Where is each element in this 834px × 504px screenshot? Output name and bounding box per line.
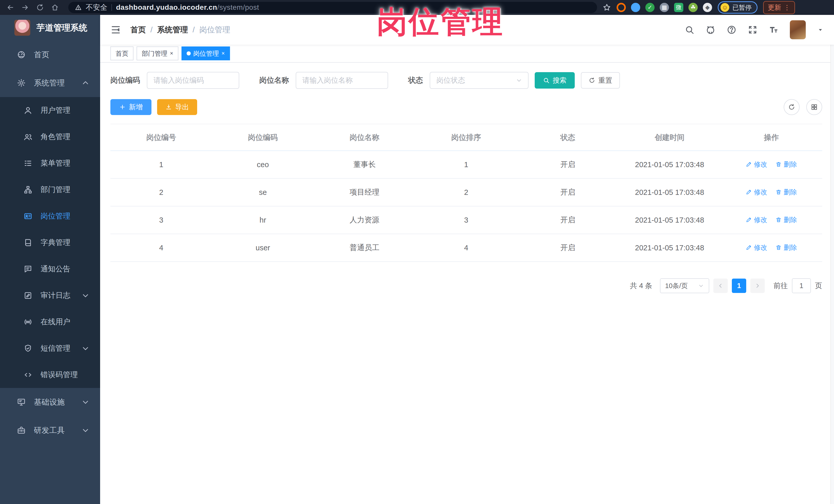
chevron-down-icon (516, 77, 522, 84)
post-code-input[interactable] (147, 72, 239, 89)
sidebar-item-audit-log[interactable]: 审计日志 (0, 282, 100, 309)
font-size-icon[interactable] (769, 25, 778, 35)
cell-created: 2021-01-05 17:03:48 (619, 178, 721, 206)
delete-link[interactable]: 删除 (775, 160, 797, 169)
edit-icon (746, 189, 752, 195)
sidebar-item-menu-management[interactable]: 菜单管理 (0, 150, 100, 176)
edit-link[interactable]: 修改 (746, 160, 767, 169)
sidebar-item-dev-tools[interactable]: 研发工具 (0, 416, 100, 444)
column-settings-button[interactable] (806, 99, 822, 115)
address-bar[interactable]: 不安全 dashboard.yudao.iocoder.cn/system/po… (68, 2, 597, 13)
close-icon[interactable]: × (221, 50, 225, 57)
cell-operations: 修改删除 (721, 151, 822, 178)
post-table: 岗位编号岗位编码岗位名称岗位排序状态创建时间操作 1ceo董事长1开启2021-… (110, 124, 822, 262)
sidebar-item-system-management[interactable]: 系统管理 (0, 69, 100, 97)
table-row: 1ceo董事长1开启2021-01-05 17:03:48修改删除 (110, 151, 822, 178)
browser-scrollbar[interactable] (830, 15, 834, 504)
delete-link[interactable]: 删除 (775, 188, 797, 197)
browser-forward-icon[interactable] (20, 2, 31, 13)
infra-icon (17, 398, 26, 407)
cell-id: 4 (110, 234, 212, 262)
edit-link[interactable]: 修改 (746, 188, 767, 197)
edit-link-label: 修改 (754, 160, 767, 169)
sidebar-item-home[interactable]: 首页 (0, 41, 100, 69)
cell-name: 董事长 (314, 151, 415, 178)
help-icon[interactable] (727, 25, 737, 35)
address-divider (111, 4, 112, 11)
breadcrumb-separator: / (150, 25, 152, 34)
security-warning-icon[interactable] (75, 4, 82, 11)
sidebar-item-label: 首页 (34, 49, 49, 60)
extension-gray-grid-icon[interactable]: ▦ (660, 3, 669, 12)
browser-home-icon[interactable] (49, 2, 61, 13)
sidebar-item-error-code-management[interactable]: 错误码管理 (0, 361, 100, 388)
tab-dept-management[interactable]: 部门管理× (136, 46, 178, 60)
cell-sort: 2 (415, 178, 517, 206)
goto-page-input[interactable] (792, 278, 811, 293)
extension-leaf-icon[interactable]: ☘ (688, 3, 698, 12)
sidebar-item-post-management[interactable]: 岗位管理 (0, 203, 100, 229)
column-header: 岗位排序 (415, 124, 517, 151)
download-icon (165, 104, 172, 110)
next-page-button[interactable] (750, 279, 765, 293)
tab-home[interactable]: 首页 (110, 46, 133, 60)
gear-icon (17, 79, 26, 87)
sidebar-item-user-management[interactable]: 用户管理 (0, 97, 100, 124)
export-button[interactable]: 导出 (157, 99, 197, 115)
post-name-input[interactable] (296, 72, 388, 89)
reset-button[interactable]: 重置 (581, 72, 620, 89)
prev-page-button[interactable] (714, 279, 728, 293)
sidebar-item-sms-management[interactable]: 短信管理 (0, 335, 100, 361)
sidebar-item-label: 部门管理 (41, 184, 70, 195)
edit-link[interactable]: 修改 (746, 215, 767, 224)
caret-down-icon[interactable] (817, 26, 824, 33)
browser-update-button[interactable]: 更新 ⋮ (763, 1, 795, 14)
cell-code: se (212, 178, 314, 206)
extension-blue-drop-icon[interactable] (631, 3, 640, 12)
postcard-icon (24, 212, 32, 221)
refresh-table-button[interactable] (784, 99, 799, 115)
delete-link[interactable]: 删除 (775, 243, 797, 252)
goto-label: 前往 (773, 281, 788, 291)
sidebar-item-online-users[interactable]: 在线用户 (0, 309, 100, 335)
fullscreen-icon[interactable] (748, 25, 758, 35)
profile-paused-badge[interactable]: ☺ 已暂停 (718, 1, 758, 14)
page-size-value: 10条/页 (665, 281, 688, 290)
browser-menu-icon[interactable]: ⋮ (784, 4, 790, 12)
column-header: 创建时间 (619, 124, 721, 151)
cell-sort: 4 (415, 234, 517, 262)
github-icon[interactable] (706, 25, 716, 35)
sidebar-item-infrastructure[interactable]: 基础设施 (0, 388, 100, 416)
hamburger-icon[interactable] (110, 24, 121, 35)
breadcrumb-current: 岗位管理 (199, 25, 230, 35)
close-icon[interactable]: × (170, 50, 173, 57)
extension-orange-ring-icon[interactable] (617, 3, 626, 12)
sidebar-item-dept-management[interactable]: 部门管理 (0, 176, 100, 203)
page-size-select[interactable]: 10条/页 (660, 278, 709, 293)
sidebar-item-dict-management[interactable]: 字典管理 (0, 229, 100, 256)
status-select[interactable]: 岗位状态 (430, 72, 529, 89)
extensions-puzzle-icon[interactable]: ◆ (703, 3, 712, 12)
breadcrumb-system[interactable]: 系统管理 (157, 25, 188, 35)
search-icon[interactable] (685, 25, 694, 35)
search-button[interactable]: 搜索 (535, 72, 575, 89)
add-button-label: 新增 (129, 103, 143, 112)
breadcrumb-home[interactable]: 首页 (130, 25, 146, 35)
delete-link[interactable]: 删除 (775, 215, 797, 224)
extension-green-check-icon[interactable]: ✓ (645, 3, 655, 12)
tab-post-management[interactable]: 岗位管理× (181, 46, 230, 60)
bookmark-star-icon[interactable] (603, 3, 611, 12)
sidebar-item-notice-announcement[interactable]: 通知公告 (0, 256, 100, 282)
extension-wechat-icon[interactable]: 微 (674, 3, 683, 12)
page-number-1[interactable]: 1 (732, 279, 746, 293)
cell-created: 2021-01-05 17:03:48 (619, 234, 721, 262)
sms-icon (24, 344, 32, 353)
edit-link[interactable]: 修改 (746, 243, 767, 252)
avatar[interactable] (790, 20, 806, 39)
extension-icons: ✓▦微☘◆ (617, 3, 712, 12)
logo-row[interactable]: 芋道管理系统 (0, 15, 100, 41)
sidebar-item-role-management[interactable]: 角色管理 (0, 124, 100, 150)
add-button[interactable]: 新增 (110, 99, 151, 115)
browser-back-icon[interactable] (5, 2, 16, 13)
browser-reload-icon[interactable] (35, 2, 46, 13)
